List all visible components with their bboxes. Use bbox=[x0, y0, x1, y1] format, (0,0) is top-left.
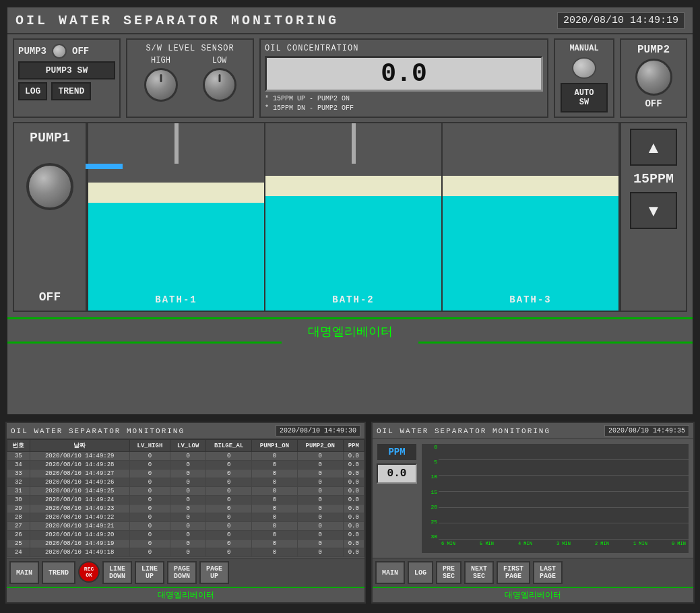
log-panel-title: OIL WATER SEPARATOR MONITORING bbox=[11, 427, 185, 435]
trend-next-sec-button[interactable]: NEXTSEC bbox=[464, 561, 494, 584]
pump2-box: PUMP2 OFF bbox=[620, 38, 687, 118]
oil-display: 0.0 bbox=[265, 56, 543, 92]
manual-led bbox=[572, 57, 596, 79]
table-cell: 0 bbox=[129, 478, 170, 487]
oil-note1: * 15PPM UP - PUMP2 ON bbox=[265, 94, 543, 104]
auto-sw-button[interactable]: AUTOSW bbox=[561, 83, 608, 112]
table-cell: 0 bbox=[206, 452, 252, 461]
table-cell: 0 bbox=[252, 548, 298, 557]
chart-x-axis: 6 MIN5 MIN4 MIN3 MIN2 MIN1 MIN0 MIN bbox=[439, 540, 689, 553]
table-cell: 2020/08/10 14:49:24 bbox=[30, 496, 129, 505]
trend-main-button[interactable]: MAIN bbox=[375, 561, 405, 584]
trend-panel-datetime: 2020/08/10 14:49:35 bbox=[604, 425, 689, 437]
table-cell: 0 bbox=[297, 461, 343, 470]
table-cell: 0 bbox=[297, 505, 343, 513]
table-cell: 0 bbox=[129, 470, 170, 478]
log-panel: OIL WATER SEPARATOR MONITORING 2020/08/1… bbox=[5, 422, 366, 604]
table-cell: 0 bbox=[129, 531, 170, 540]
table-cell: 0 bbox=[170, 478, 206, 487]
trend-button[interactable]: TREND bbox=[51, 82, 91, 100]
main-title-bar: OIL WATER SEPARATOR MONITORING 2020/08/1… bbox=[7, 7, 693, 34]
log-header-row: 번호날짜LV_HIGHLV_LOWBILGE_ALPUMP1_ONPUMP2_O… bbox=[7, 440, 364, 452]
log-main-button[interactable]: MAIN bbox=[9, 561, 39, 584]
log-button[interactable]: LOG bbox=[18, 82, 47, 100]
table-cell: 0 bbox=[206, 505, 252, 513]
table-cell: 0 bbox=[129, 496, 170, 505]
table-cell: 2020/08/10 14:49:29 bbox=[30, 452, 129, 461]
ppm-down-button[interactable]: ▼ bbox=[630, 192, 677, 229]
table-cell: 31 bbox=[7, 487, 30, 496]
table-row: 282020/08/10 14:49:22000000.0 bbox=[7, 513, 364, 522]
log-page-up-button[interactable]: PAGEUP bbox=[199, 561, 229, 584]
table-cell: 0 bbox=[170, 461, 206, 470]
pump3-box: PUMP3 OFF PUMP3 SW LOG TREND bbox=[13, 38, 121, 118]
table-cell: 0 bbox=[170, 496, 206, 505]
table-cell: 0 bbox=[252, 478, 298, 487]
bath3-label: BATH-3 bbox=[443, 294, 618, 305]
log-page-down-button[interactable]: PAGEDOWN bbox=[167, 561, 197, 584]
sw-high-knob[interactable] bbox=[144, 68, 178, 102]
log-line-down-button[interactable]: LINEDOWN bbox=[102, 561, 132, 584]
table-cell: 0 bbox=[297, 513, 343, 522]
log-col-header: PPM bbox=[343, 440, 364, 452]
pump2-status: OFF bbox=[645, 98, 662, 109]
table-cell: 0 bbox=[129, 461, 170, 470]
log-trend-button[interactable]: TREND bbox=[42, 561, 75, 584]
table-cell: 0 bbox=[129, 487, 170, 496]
table-cell: 2020/08/10 14:49:22 bbox=[30, 513, 129, 522]
table-cell: 0 bbox=[170, 505, 206, 513]
chart-grid-line bbox=[439, 507, 689, 508]
pump1-box: PUMP1 OFF bbox=[13, 122, 87, 312]
table-cell: 0 bbox=[297, 548, 343, 557]
table-cell: 2020/08/10 14:49:23 bbox=[30, 505, 129, 513]
table-cell: 0.0 bbox=[343, 487, 364, 496]
table-cell: 0 bbox=[170, 531, 206, 540]
trend-title-bar: OIL WATER SEPARATOR MONITORING 2020/08/1… bbox=[373, 423, 693, 439]
table-cell: 2020/08/10 14:49:21 bbox=[30, 522, 129, 531]
table-cell: 0.0 bbox=[343, 540, 364, 548]
table-cell: 2020/08/10 14:49:26 bbox=[30, 478, 129, 487]
log-body: 352020/08/10 14:49:29000000.0342020/08/1… bbox=[7, 452, 364, 557]
table-row: 272020/08/10 14:49:21000000.0 bbox=[7, 522, 364, 531]
pump2-knob[interactable] bbox=[635, 59, 672, 96]
bath-2: BATH-2 bbox=[265, 123, 443, 311]
main-datetime: 2020/08/10 14:49:19 bbox=[557, 12, 685, 29]
trend-pre-sec-button[interactable]: PRESEC bbox=[436, 561, 462, 584]
pump1-knob[interactable] bbox=[26, 163, 73, 210]
table-cell: 0 bbox=[252, 540, 298, 548]
chart-y-label: 10 bbox=[423, 474, 437, 480]
table-cell: 0 bbox=[252, 470, 298, 478]
table-cell: 0 bbox=[129, 452, 170, 461]
bath2-foam bbox=[265, 176, 441, 196]
chart-y-axis: 302520151050 bbox=[422, 444, 439, 540]
bath2-pipe bbox=[352, 123, 356, 164]
log-line-up-button[interactable]: LINEUP bbox=[135, 561, 164, 584]
log-rec-ok-button[interactable]: RECOK bbox=[78, 561, 100, 583]
trend-first-page-button[interactable]: FIRSTPAGE bbox=[497, 561, 530, 584]
chart-x-label: 2 MIN bbox=[595, 541, 609, 552]
log-col-header: 번호 bbox=[7, 440, 30, 452]
table-cell: 0 bbox=[297, 478, 343, 487]
pump3-status: OFF bbox=[72, 46, 89, 57]
pump1-status: OFF bbox=[39, 290, 61, 304]
table-cell: 0 bbox=[297, 470, 343, 478]
ppm-up-button[interactable]: ▲ bbox=[630, 129, 677, 166]
table-cell: 2020/08/10 14:49:27 bbox=[30, 470, 129, 478]
trend-panel-title: OIL WATER SEPARATOR MONITORING bbox=[377, 427, 550, 435]
ppm-setting-label: 15PPM bbox=[633, 171, 674, 187]
bath-3: BATH-3 bbox=[443, 123, 618, 311]
table-cell: 0 bbox=[206, 531, 252, 540]
pump3-header: PUMP3 OFF bbox=[18, 44, 115, 59]
trend-last-page-button[interactable]: LASTPAGE bbox=[533, 561, 563, 584]
sw-low-knob[interactable] bbox=[203, 68, 236, 102]
pump3-btn-row: LOG TREND bbox=[18, 82, 115, 100]
table-cell: 0 bbox=[129, 540, 170, 548]
chart-x-label: 1 MIN bbox=[633, 541, 647, 552]
sw-high-label: HIGH bbox=[151, 56, 170, 65]
trend-log-button[interactable]: LOG bbox=[408, 561, 433, 584]
pump1-label: PUMP1 bbox=[30, 130, 70, 146]
chart-x-label: 0 MIN bbox=[672, 541, 686, 552]
manual-box: MANUAL AUTOSW bbox=[554, 38, 614, 118]
pump3-sw-button[interactable]: PUMP3 SW bbox=[18, 61, 115, 79]
bath2-water bbox=[265, 196, 441, 311]
